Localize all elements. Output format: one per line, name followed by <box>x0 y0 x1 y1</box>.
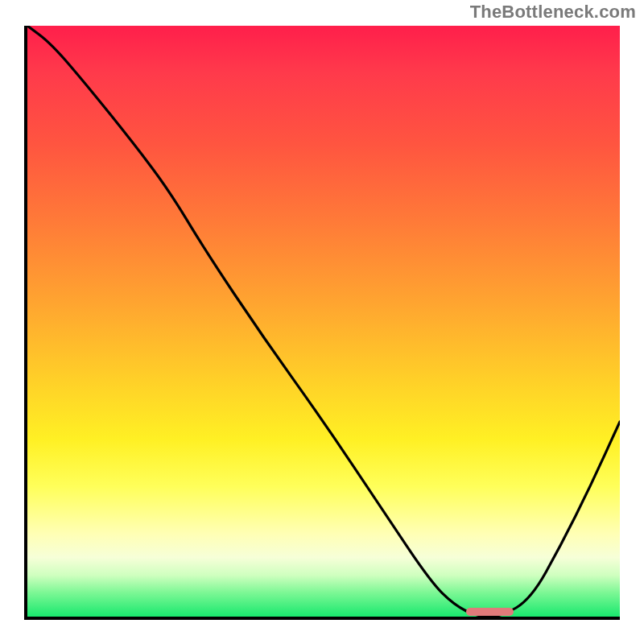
watermark-text: TheBottleneck.com <box>470 2 636 23</box>
plot-area <box>24 26 620 620</box>
optimal-range-marker <box>466 608 514 616</box>
curve-layer <box>27 26 620 617</box>
bottleneck-curve-path <box>27 26 620 617</box>
chart-frame: TheBottleneck.com <box>0 0 644 644</box>
